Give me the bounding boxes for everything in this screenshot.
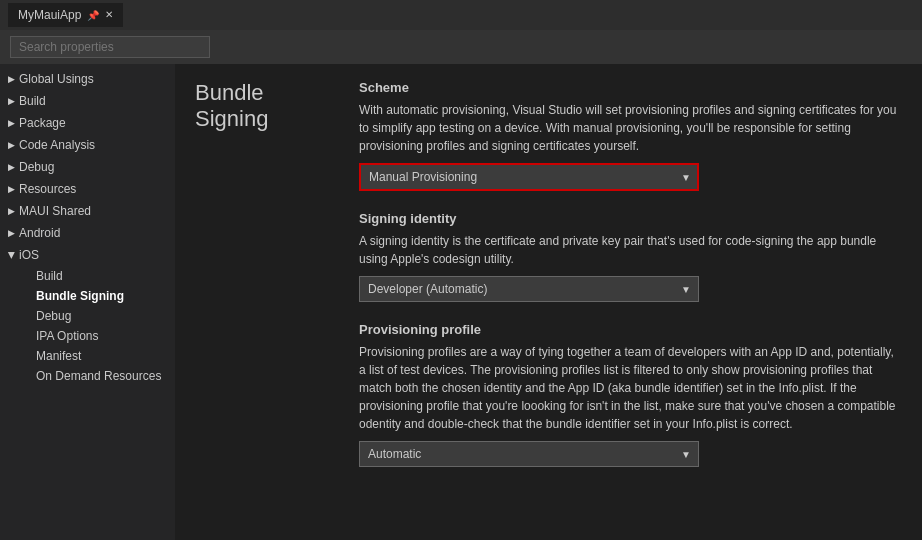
ios-manifest-label: Manifest [36, 349, 81, 363]
sidebar-item-android[interactable]: ▶ Android [0, 222, 175, 244]
sidebar-item-label: Code Analysis [19, 138, 95, 152]
sidebar-item-ios-ipa-options[interactable]: IPA Options [16, 326, 175, 346]
provisioning-profile-description: Provisioning profiles are a way of tying… [359, 343, 902, 433]
search-input[interactable] [10, 36, 210, 58]
ios-build-label: Build [36, 269, 63, 283]
signing-identity-section: Signing identity A signing identity is t… [359, 211, 902, 302]
sidebar-item-ios-debug[interactable]: Debug [16, 306, 175, 326]
scheme-label: Scheme [359, 80, 902, 95]
sidebar-item-resources[interactable]: ▶ Resources [0, 178, 175, 200]
sidebar-item-label: iOS [19, 248, 39, 262]
ios-ipa-options-label: IPA Options [36, 329, 98, 343]
sidebar-item-label: Global Usings [19, 72, 94, 86]
bundle-signing-title: Bundle Signing [195, 80, 335, 133]
sidebar-item-label: Package [19, 116, 66, 130]
pin-icon[interactable]: 📌 [87, 10, 99, 21]
sidebar-item-debug[interactable]: ▶ Debug [0, 156, 175, 178]
sidebar-item-label: Android [19, 226, 60, 240]
ios-debug-label: Debug [36, 309, 71, 323]
provisioning-profile-dropdown[interactable]: Automatic None [359, 441, 699, 467]
tab-name: MyMauiApp [18, 8, 81, 22]
debug-arrow: ▶ [8, 162, 15, 172]
maui-shared-arrow: ▶ [8, 206, 15, 216]
sidebar-item-ios[interactable]: ▶ iOS [0, 244, 175, 266]
package-arrow: ▶ [8, 118, 15, 128]
sidebar-item-ios-build[interactable]: Build [16, 266, 175, 286]
global-usings-arrow: ▶ [8, 74, 15, 84]
title-bar: MyMauiApp 📌 ✕ [0, 0, 922, 30]
tab-close-button[interactable]: ✕ [105, 10, 113, 20]
scheme-dropdown[interactable]: Manual Provisioning Automatic Provisioni… [359, 163, 699, 191]
ios-children: Build Bundle Signing Debug IPA Options M… [0, 266, 175, 386]
scheme-description: With automatic provisioning, Visual Stud… [359, 101, 902, 155]
sidebar-item-package[interactable]: ▶ Package [0, 112, 175, 134]
sidebar-item-code-analysis[interactable]: ▶ Code Analysis [0, 134, 175, 156]
sidebar-item-label: Resources [19, 182, 76, 196]
page-header: Bundle Signing Scheme With automatic pro… [195, 80, 902, 487]
sidebar: ▶ Global Usings ▶ Build ▶ Package ▶ Code… [0, 64, 175, 540]
scheme-dropdown-wrapper: Manual Provisioning Automatic Provisioni… [359, 163, 699, 191]
code-analysis-arrow: ▶ [8, 140, 15, 150]
sidebar-item-build[interactable]: ▶ Build [0, 90, 175, 112]
ios-arrow: ▶ [7, 252, 17, 259]
right-panel: Scheme With automatic provisioning, Visu… [359, 80, 902, 487]
search-bar [0, 30, 922, 64]
sidebar-item-maui-shared[interactable]: ▶ MAUI Shared [0, 200, 175, 222]
provisioning-profile-label: Provisioning profile [359, 322, 902, 337]
sidebar-item-label: MAUI Shared [19, 204, 91, 218]
ios-on-demand-label: On Demand Resources [36, 369, 161, 383]
provisioning-profile-dropdown-wrapper: Automatic None ▼ [359, 441, 699, 467]
sidebar-item-ios-on-demand-resources[interactable]: On Demand Resources [16, 366, 175, 386]
content-area: Bundle Signing Scheme With automatic pro… [175, 64, 922, 540]
file-tab[interactable]: MyMauiApp 📌 ✕ [8, 3, 123, 27]
signing-identity-description: A signing identity is the certificate an… [359, 232, 902, 268]
sidebar-item-ios-bundle-signing[interactable]: Bundle Signing [16, 286, 175, 306]
build-arrow: ▶ [8, 96, 15, 106]
scheme-section: Scheme With automatic provisioning, Visu… [359, 80, 902, 191]
main-content: ▶ Global Usings ▶ Build ▶ Package ▶ Code… [0, 64, 922, 540]
sidebar-item-global-usings[interactable]: ▶ Global Usings [0, 68, 175, 90]
signing-identity-label: Signing identity [359, 211, 902, 226]
signing-identity-dropdown-wrapper: Developer (Automatic) iPhone Developer i… [359, 276, 699, 302]
signing-identity-dropdown[interactable]: Developer (Automatic) iPhone Developer i… [359, 276, 699, 302]
sidebar-item-ios-manifest[interactable]: Manifest [16, 346, 175, 366]
ios-bundle-signing-label: Bundle Signing [36, 289, 124, 303]
sidebar-item-label: Debug [19, 160, 54, 174]
android-arrow: ▶ [8, 228, 15, 238]
provisioning-profile-section: Provisioning profile Provisioning profil… [359, 322, 902, 467]
resources-arrow: ▶ [8, 184, 15, 194]
sidebar-item-label: Build [19, 94, 46, 108]
